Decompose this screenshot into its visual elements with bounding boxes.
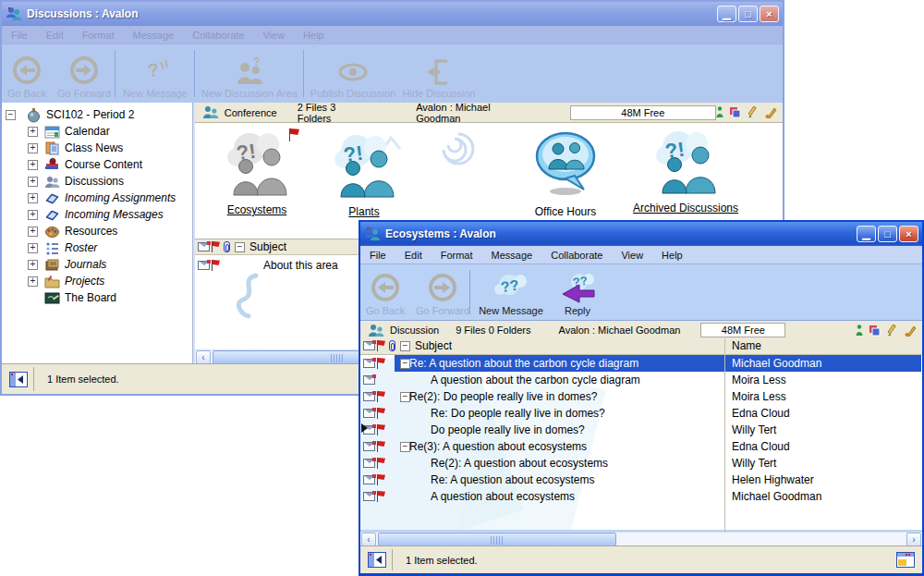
panel-toggle-icon[interactable] <box>9 372 28 387</box>
message-row[interactable]: − A question about the carbon cycle diag… <box>360 372 922 388</box>
maximize-button[interactable]: □ <box>878 226 897 242</box>
sidebar-item-class-news[interactable]: + Class News <box>2 140 192 156</box>
subject-column-header[interactable]: Subject <box>249 239 286 255</box>
new-message-button[interactable]: ? New Message <box>120 56 190 99</box>
sidebar-item-discussions[interactable]: + Discussions <box>2 173 192 190</box>
pen-icon[interactable] <box>904 325 917 337</box>
subject-column-header[interactable]: Subject <box>415 338 452 354</box>
menu-edit[interactable]: Edit <box>395 248 432 263</box>
menu-view[interactable]: View <box>612 248 652 263</box>
sidebar-item-incoming-assignments[interactable]: + Incoming Assignments <box>2 190 192 206</box>
menu-view[interactable]: View <box>253 28 294 43</box>
conference-icon-label[interactable]: Ecosystems <box>227 203 287 216</box>
person-status-icon[interactable] <box>856 325 863 337</box>
maximize-button[interactable]: □ <box>738 6 758 22</box>
reply-button[interactable]: ?? Reply <box>556 272 599 316</box>
go-forward-button[interactable]: Go Forward <box>416 272 469 316</box>
expand-plus-box[interactable]: + <box>28 243 38 253</box>
sidebar-item-roster[interactable]: + Roster <box>2 239 192 256</box>
new-message-button[interactable]: ?? New Message <box>475 272 547 316</box>
titlebar[interactable]: Discussions : Avalon ▁ □ × <box>2 2 783 26</box>
layers-icon[interactable] <box>869 325 881 337</box>
expand-minus-box[interactable]: − <box>6 110 16 120</box>
message-row[interactable]: − Re(2): A question about ecosystems Wil… <box>360 455 922 472</box>
conference-icon-label[interactable]: Office Hours <box>535 205 596 218</box>
close-button[interactable]: × <box>760 6 779 22</box>
go-back-button[interactable]: Go Back <box>7 55 46 99</box>
sidebar-item-calendar[interactable]: + Calendar <box>2 123 192 140</box>
expand-plus-box[interactable]: + <box>28 260 38 270</box>
sidebar-item-course-content[interactable]: + Course Content <box>2 156 192 173</box>
pen-icon[interactable] <box>764 106 777 118</box>
publish-discussion-button[interactable]: Publish Discussion <box>309 58 397 99</box>
menu-message[interactable]: Message <box>124 28 184 43</box>
expand-plus-box[interactable]: + <box>28 127 38 137</box>
splitter-collapse-arrow[interactable] <box>361 423 368 433</box>
minimize-button[interactable]: ▁ <box>857 226 876 242</box>
conference-icon-label[interactable]: Plants <box>348 205 379 218</box>
menu-edit[interactable]: Edit <box>37 28 73 43</box>
menu-file[interactable]: File <box>360 248 395 263</box>
collapse-all-box[interactable]: − <box>400 341 410 351</box>
sidebar-item-sci102[interactable]: − SCI102 - Period 2 <box>2 106 192 123</box>
sidebar-item-incoming-messages[interactable]: + Incoming Messages <box>2 206 192 223</box>
pencil-icon[interactable] <box>886 325 898 337</box>
message-row[interactable]: − Do people really live in domes? Willy … <box>360 422 922 438</box>
expand-plus-box[interactable]: + <box>28 193 38 203</box>
message-row[interactable]: − Re: Do people really live in domes? Ed… <box>360 405 922 422</box>
go-back-button[interactable]: Go Back <box>366 272 405 316</box>
collapse-all-box[interactable]: − <box>235 242 245 252</box>
menu-file[interactable]: File <box>2 28 37 43</box>
message-row[interactable]: − Re: A question about ecosystems Helen … <box>360 472 922 488</box>
minimize-button[interactable]: ▁ <box>717 6 736 22</box>
menu-collaborate[interactable]: Collaborate <box>541 248 612 263</box>
expand-plus-box[interactable]: + <box>28 160 38 170</box>
sidebar-item-projects[interactable]: + Projects <box>2 273 192 289</box>
scroll-left-arrow[interactable]: ‹ <box>196 350 211 364</box>
hide-discussion-button[interactable]: Hide Discussion <box>397 58 480 99</box>
column-divider[interactable] <box>724 338 725 533</box>
menu-help[interactable]: Help <box>294 28 334 43</box>
expand-plus-box[interactable]: + <box>28 177 38 187</box>
menu-help[interactable]: Help <box>652 248 692 263</box>
sidebar-item-label: Incoming Assignments <box>65 190 176 206</box>
sidebar-item-journals[interactable]: + Journals <box>2 256 192 273</box>
message-row[interactable]: − Re: A question about the carbon cycle … <box>360 355 922 372</box>
conference-icon-ecosystems[interactable]: ?! Ecosystems <box>197 129 317 217</box>
scroll-left-arrow[interactable]: ‹ <box>361 533 376 546</box>
menu-format[interactable]: Format <box>432 248 482 263</box>
scrollbar-thumb[interactable] <box>378 533 616 546</box>
expand-plus-box[interactable]: + <box>28 227 38 237</box>
message-author: Michael Goodman <box>732 355 821 372</box>
menu-message[interactable]: Message <box>482 248 542 263</box>
expand-plus-box[interactable]: + <box>28 143 38 153</box>
close-button[interactable]: × <box>899 226 918 242</box>
conference-icon-plants[interactable]: ?! Plants <box>304 132 424 219</box>
expand-plus-box[interactable]: + <box>28 276 38 287</box>
horizontal-scrollbar[interactable]: ‹ › <box>360 532 922 545</box>
message-list-header[interactable]: − Subject Name <box>360 338 922 355</box>
scroll-right-arrow[interactable]: › <box>906 533 921 546</box>
conference-icon-label[interactable]: Archived Discussions <box>633 202 738 214</box>
new-discussion-area-button[interactable]: ? New Discussion Area <box>200 56 299 99</box>
menu-format[interactable]: Format <box>73 28 124 43</box>
person-status-icon[interactable] <box>716 106 723 118</box>
message-row[interactable]: − Re(3): A question about ecosystems Edn… <box>360 438 922 455</box>
expand-plus-box[interactable]: + <box>28 210 38 220</box>
message-row[interactable]: − A question about ecosystems Michael Go… <box>360 488 922 505</box>
conference-icon-archived-discussions[interactable]: ?! Archived Discussions <box>626 129 746 215</box>
collapse-thread-box[interactable]: − <box>400 359 410 369</box>
message-row[interactable]: − Re(2): Do people really live in domes?… <box>360 388 922 405</box>
sidebar-item-resources[interactable]: + Resources <box>2 223 192 239</box>
layers-icon[interactable] <box>729 106 741 118</box>
menu-collaborate[interactable]: Collaborate <box>183 28 253 43</box>
sidebar-item-the-board[interactable]: The Board <box>2 289 192 306</box>
name-column-header[interactable]: Name <box>732 338 761 354</box>
go-forward-button[interactable]: Go Forward <box>57 55 111 99</box>
conference-icon-office-hours[interactable]: Office Hours <box>505 130 626 219</box>
titlebar[interactable]: Ecosystems : Avalon ▁ □ × <box>360 222 922 246</box>
pencil-icon[interactable] <box>747 106 759 118</box>
view-mode-icon[interactable] <box>896 552 915 568</box>
panel-toggle-icon[interactable] <box>368 552 386 568</box>
flag-icon <box>377 424 386 435</box>
